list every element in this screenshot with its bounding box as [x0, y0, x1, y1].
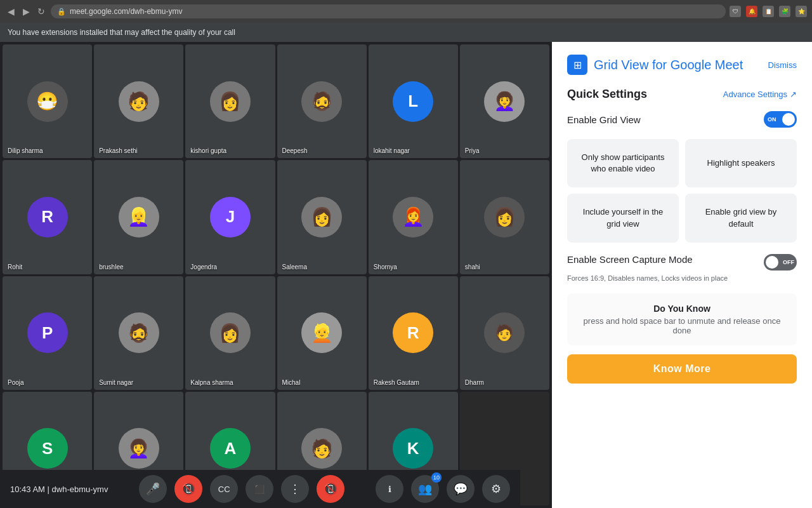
dismiss-button[interactable]: Dismiss	[768, 60, 797, 70]
include-yourself-button[interactable]: Include yourself in the grid view	[567, 194, 679, 242]
warning-text: You have extensions installed that may a…	[8, 28, 235, 37]
back-button[interactable]: ◀	[5, 6, 16, 17]
external-link-icon: ↗	[790, 90, 797, 99]
participant-cell: R Rohit	[3, 160, 92, 274]
extension-icon-1[interactable]: 🛡	[730, 6, 741, 17]
participant-name: Dharm	[465, 379, 484, 386]
know-more-button[interactable]: Know More	[567, 354, 797, 384]
mic-button[interactable]: 🎤	[139, 475, 167, 503]
do-you-know-desc: press and hold space bar to unmute and r…	[577, 316, 787, 335]
extension-icon-5[interactable]: ⭐	[796, 6, 807, 17]
participant-name: brushlee	[99, 264, 123, 271]
participant-name: Prakash sethi	[99, 147, 138, 154]
participant-cell: 🧔 Sumit nagar	[94, 276, 183, 390]
meeting-info: 10:43 AM | dwh-ebmu-ymv	[10, 483, 108, 495]
captions-button[interactable]: CC	[210, 475, 238, 503]
screen-capture-row: Enable Screen Capture Mode OFF	[567, 254, 797, 271]
participant-cell: 🧔 Deepesh	[277, 44, 367, 158]
participant-cell: 👩‍🦰 Shornya	[369, 160, 458, 274]
activities-button[interactable]: ⚙	[482, 475, 510, 503]
screen-capture-toggle[interactable]: OFF	[764, 254, 797, 271]
main-area: 😷 Dilip sharma 🧑 Prakash sethi 👩 kishori…	[0, 42, 812, 508]
time-display: 10:43 AM | dwh-ebmu-ymv	[10, 485, 108, 494]
settings-header-row: Quick Settings Advance Settings ↗	[567, 88, 797, 101]
toolbar-right: ℹ 👥 10 💬 ⚙	[376, 475, 510, 503]
participant-name: Jogendra	[190, 264, 217, 271]
participant-name: Deepesh	[282, 147, 308, 154]
participant-name: shahi	[465, 264, 480, 271]
participants-button-wrap: 👥 10	[411, 475, 439, 503]
toggle-knob	[782, 113, 795, 126]
participant-cell: 👩 Kalpna sharma	[185, 276, 275, 390]
lock-icon: 🔒	[57, 8, 66, 16]
side-panel: ⊞ Grid View for Google Meet Dismiss Quic…	[552, 42, 812, 508]
participant-name: Michal	[282, 379, 301, 386]
address-bar[interactable]: 🔒 meet.google.com/dwh-ebmu-ymv	[51, 4, 726, 18]
participant-cell: J Jogendra	[185, 160, 275, 274]
present-button[interactable]: ⬛	[246, 475, 273, 503]
participant-cell: L lokahit nagar	[369, 44, 458, 158]
reload-button[interactable]: ↻	[36, 6, 47, 17]
participant-cell: 👱 Michal	[277, 276, 367, 390]
more-options-button[interactable]: ⋮	[281, 475, 309, 503]
info-button[interactable]: ℹ	[376, 475, 403, 503]
enable-grid-view-toggle[interactable]: ON	[764, 111, 797, 128]
capture-toggle-knob	[766, 256, 778, 269]
participant-name: Pooja	[8, 379, 24, 386]
participant-count-badge: 10	[431, 472, 442, 483]
participant-cell: 👩 Saleema	[277, 160, 367, 274]
browser-actions: 🛡 🔔 📋 🧩 ⭐	[730, 6, 807, 17]
chat-button[interactable]: 💬	[447, 475, 475, 503]
do-you-know-box: Do You Know press and hold space bar to …	[567, 293, 797, 345]
video-button[interactable]: 📵	[174, 475, 202, 503]
participant-cell: 👱‍♀️ brushlee	[94, 160, 183, 274]
screen-capture-label: Enable Screen Capture Mode	[567, 254, 693, 265]
participant-name: Sumit nagar	[99, 379, 133, 386]
participant-name: Shornya	[374, 264, 397, 271]
advance-settings-link[interactable]: Advance Settings ↗	[723, 90, 797, 99]
video-grid: 😷 Dilip sharma 🧑 Prakash sethi 👩 kishori…	[0, 42, 552, 508]
participant-cell: 😷 Dilip sharma	[3, 44, 92, 158]
participant-cell: P Pooja	[3, 276, 92, 390]
forward-button[interactable]: ▶	[20, 6, 32, 17]
enable-grid-default-button[interactable]: Enable grid view by default	[685, 194, 797, 242]
quick-settings-label: Quick Settings	[567, 88, 647, 101]
extension-icon-4[interactable]: 🧩	[779, 6, 790, 17]
participant-cell: 👩 shahi	[460, 160, 549, 274]
participant-name: kishori gupta	[190, 147, 226, 154]
url-text: meet.google.com/dwh-ebmu-ymv	[70, 7, 182, 16]
toggle-off-text: OFF	[783, 259, 794, 265]
toggle-on-text: ON	[768, 116, 776, 123]
participant-name: Kalpna sharma	[190, 379, 233, 386]
participant-cell: 👩‍🦱 Priya	[460, 44, 549, 158]
panel-title-wrap: ⊞ Grid View for Google Meet	[567, 55, 743, 75]
participant-cell: R Rakesh Gautam	[369, 276, 458, 390]
participant-name: lokahit nagar	[374, 147, 410, 154]
bottom-toolbar: 10:43 AM | dwh-ebmu-ymv 🎤 📵 CC ⬛ ⋮ 📵 ℹ 👥…	[0, 470, 520, 508]
enable-grid-view-label: Enable Grid View	[567, 114, 641, 125]
participant-name: Saleema	[282, 264, 307, 271]
toolbar-center: 🎤 📵 CC ⬛ ⋮ 📵	[139, 475, 344, 503]
only-show-video-button[interactable]: Only show participants who enable video	[567, 139, 679, 187]
end-call-button[interactable]: 📵	[317, 475, 344, 503]
participant-name: Rohit	[8, 264, 22, 271]
enable-grid-view-row: Enable Grid View ON	[567, 111, 797, 128]
warning-bar: You have extensions installed that may a…	[0, 23, 812, 42]
participant-name: Priya	[465, 147, 480, 154]
browser-chrome: ◀ ▶ ↻ 🔒 meet.google.com/dwh-ebmu-ymv 🛡 🔔…	[0, 0, 812, 23]
grid-view-icon: ⊞	[567, 55, 587, 75]
participant-cell: 👩 kishori gupta	[185, 44, 275, 158]
extension-icon-2[interactable]: 🔔	[746, 6, 757, 17]
participant-name: Dilip sharma	[8, 147, 43, 154]
participant-cell: 🧑 Dharm	[460, 276, 549, 390]
participant-cell: 🧑 Prakash sethi	[94, 44, 183, 158]
screen-capture-desc: Forces 16:9, Disables names, Locks video…	[567, 274, 797, 282]
participant-name: Rakesh Gautam	[374, 379, 419, 386]
panel-title: Grid View for Google Meet	[594, 58, 743, 72]
do-you-know-title: Do You Know	[577, 304, 787, 314]
extension-icon-3[interactable]: 📋	[763, 6, 774, 17]
highlight-speakers-button[interactable]: Highlight speakers	[685, 139, 797, 187]
panel-header: ⊞ Grid View for Google Meet Dismiss	[567, 55, 797, 75]
settings-button-grid: Only show participants who enable video …	[567, 139, 797, 243]
